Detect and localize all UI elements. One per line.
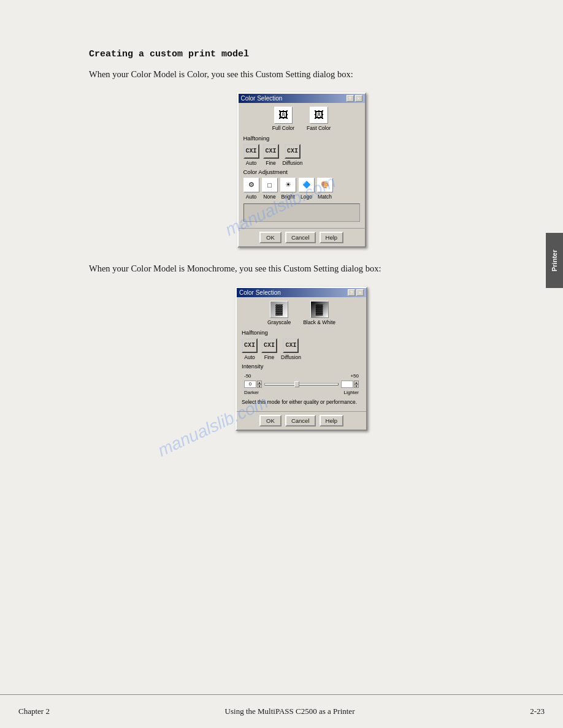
fast-color-icon[interactable]: 🖼 <box>310 107 328 124</box>
mono-intensity-label: Intensity <box>242 363 361 370</box>
mono-halftoning-auto-item: CXI Auto <box>242 338 258 360</box>
intensity-slider-thumb[interactable] <box>294 381 299 387</box>
adj-bright-icon[interactable]: ☀ <box>280 178 296 192</box>
grayscale-item: ▓ Grayscale <box>267 301 291 325</box>
intensity-slider-track[interactable] <box>264 383 339 385</box>
intensity-input[interactable]: 0 <box>244 381 256 388</box>
color-dialog-body: 🖼 Full Color 🖼 Fast Color Halftoning CXI <box>239 103 365 228</box>
para-1: When your Color Model is Color, you see … <box>89 68 514 82</box>
mono-note-text: Select this mode for either quality or p… <box>242 399 361 405</box>
mono-halftoning-fine-item: CXI Fine <box>261 338 277 360</box>
intensity-max: +50 <box>350 373 359 379</box>
adj-auto-label: Auto <box>246 194 257 200</box>
footer-page: 2-23 <box>530 707 545 716</box>
halftoning-auto-label: Auto <box>246 160 257 166</box>
mono-halftoning-auto-icon[interactable]: CXI <box>242 338 258 353</box>
intensity-panel: -50 +50 0 ▲ ▼ <box>242 372 361 396</box>
color-dialog: Color Selection ? × 🖼 Full Color <box>237 93 366 248</box>
color-help-button[interactable]: Help <box>320 232 344 243</box>
section-title: Creating a custom print model <box>89 49 514 59</box>
color-ok-button[interactable]: OK <box>259 232 282 243</box>
mono-halftoning-auto-label: Auto <box>244 354 255 360</box>
full-color-icon[interactable]: 🖼 <box>274 107 293 124</box>
color-dialog-title: Color Selection <box>241 95 283 102</box>
mono-halftoning-diffusion-icon[interactable]: CXI <box>283 338 299 353</box>
adjustment-icons-row: ⚙ Auto □ None ☀ Bright 🔷 <box>243 178 360 200</box>
bw-item: ▓ Black & White <box>303 301 335 325</box>
color-adjustment-label: Color Adjustment <box>243 169 360 175</box>
mono-dialog-container: Color Selection ? × ▓ Grayscale <box>89 287 514 431</box>
mono-help-button[interactable]: Help <box>320 415 344 427</box>
intensity-spinner[interactable]: 0 ▲ ▼ <box>244 381 262 388</box>
intensity-range-row: -50 +50 <box>244 373 359 379</box>
adj-logo-label: Logo <box>301 194 312 200</box>
halftoning-diffusion-icon[interactable]: CXI <box>285 144 301 159</box>
adj-none-label: None <box>263 194 275 200</box>
mono-ok-button[interactable]: OK <box>259 415 282 427</box>
mono-halftoning-diffusion-label: Diffusion <box>281 354 301 360</box>
mono-titlebar-controls: ? × <box>348 289 364 296</box>
adj-auto-icon[interactable]: ⚙ <box>243 178 259 192</box>
fast-color-item: 🖼 Fast Color <box>307 107 331 131</box>
adj-auto-item: ⚙ Auto <box>243 178 259 200</box>
mono-color-icons-row: ▓ Grayscale ▓ Black & White <box>242 301 361 325</box>
footer-bar: Chapter 2 Using the MultiPASS C2500 as a… <box>0 694 563 728</box>
halftoning-auto-item: CXI Auto <box>243 144 259 166</box>
mono-halftoning-label: Halftoning <box>242 329 361 336</box>
intensity-down-arrow[interactable]: ▼ <box>257 384 262 388</box>
grayscale-label: Grayscale <box>267 319 291 325</box>
content-area: Creating a custom print model When your … <box>89 49 514 679</box>
darker-label: Darker <box>244 390 259 395</box>
halftoning-auto-icon[interactable]: CXI <box>243 144 259 159</box>
full-color-label: Full Color <box>272 125 294 131</box>
bw-icon[interactable]: ▓ <box>310 301 329 318</box>
intensity-spinner-right[interactable]: ▲ ▼ <box>341 381 359 388</box>
adj-bright-label: Bright <box>281 194 294 200</box>
adj-match-icon[interactable]: 🎨 <box>317 178 333 192</box>
color-cancel-button[interactable]: Cancel <box>285 232 316 243</box>
mono-cancel-button[interactable]: Cancel <box>285 415 316 427</box>
bw-label: Black & White <box>303 319 335 325</box>
color-inner-panel <box>243 203 360 222</box>
printer-tab-label: Printer <box>551 249 558 271</box>
titlebar-close-btn[interactable]: × <box>355 95 362 102</box>
lighter-label: Lighter <box>344 390 359 395</box>
mono-halftoning-diffusion-item: CXI Diffusion <box>281 338 301 360</box>
titlebar-controls: ? × <box>347 95 362 102</box>
page: manualslib.com manualslib.com Printer Cr… <box>0 0 563 728</box>
halftoning-label: Halftoning <box>243 135 360 142</box>
adj-logo-icon[interactable]: 🔷 <box>299 178 315 192</box>
mono-dialog-body: ▓ Grayscale ▓ Black & White Halftoning C… <box>237 297 366 411</box>
fast-color-label: Fast Color <box>307 125 331 131</box>
intensity-down-arrow-right[interactable]: ▼ <box>354 384 359 388</box>
color-icons-row: 🖼 Full Color 🖼 Fast Color <box>243 107 360 131</box>
mono-titlebar-close-btn[interactable]: × <box>356 289 364 296</box>
footer-chapter: Chapter 2 <box>18 707 50 716</box>
halftoning-diffusion-label: Diffusion <box>283 160 303 166</box>
intensity-input-right[interactable] <box>341 381 353 388</box>
intensity-min: -50 <box>244 373 251 379</box>
intensity-arrows: ▲ ▼ <box>257 381 262 388</box>
titlebar-help-btn[interactable]: ? <box>347 95 354 102</box>
adj-none-icon[interactable]: □ <box>262 178 278 192</box>
color-dialog-container: Color Selection ? × 🖼 Full Color <box>89 93 514 248</box>
adj-logo-item: 🔷 Logo <box>299 178 315 200</box>
color-dialog-footer: OK Cancel Help <box>239 228 365 246</box>
printer-tab[interactable]: Printer <box>546 233 563 288</box>
grayscale-icon[interactable]: ▓ <box>270 301 288 318</box>
halftoning-icons-row: CXI Auto CXI Fine CXI Diffusion <box>243 144 360 166</box>
halftoning-fine-icon[interactable]: CXI <box>263 144 279 159</box>
intensity-arrows-right: ▲ ▼ <box>354 381 359 388</box>
halftoning-fine-item: CXI Fine <box>263 144 279 166</box>
color-dialog-titlebar: Color Selection ? × <box>239 94 365 103</box>
halftoning-fine-label: Fine <box>266 160 276 166</box>
mono-halftoning-fine-icon[interactable]: CXI <box>261 338 277 353</box>
full-color-item: 🖼 Full Color <box>272 107 294 131</box>
adj-bright-item: ☀ Bright <box>280 178 296 200</box>
halftoning-diffusion-item: CXI Diffusion <box>283 144 303 166</box>
mono-titlebar-help-btn[interactable]: ? <box>348 289 355 296</box>
mono-dialog-footer: OK Cancel Help <box>237 411 366 430</box>
mono-dialog-title: Color Selection <box>239 289 281 296</box>
adj-none-item: □ None <box>262 178 278 200</box>
intensity-label-row: Darker Lighter <box>244 390 359 395</box>
